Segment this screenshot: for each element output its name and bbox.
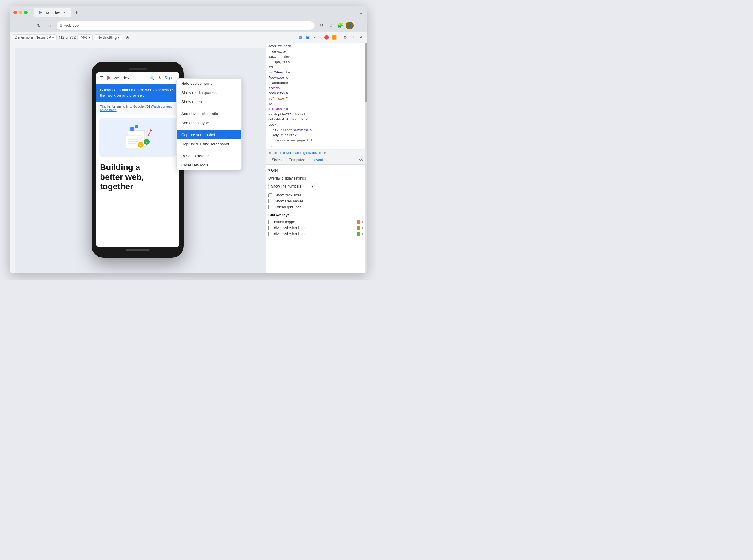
tab-close-button[interactable]: × xyxy=(62,11,66,15)
div-landing-r1-grid-icon[interactable]: ⊞ xyxy=(362,226,364,229)
dimensions-label: Dimensions: Nexus 6P xyxy=(15,35,51,40)
show-line-numbers-dropdown[interactable]: Show line numbers ▾ xyxy=(268,183,316,190)
bookmark-icon[interactable]: ☆ xyxy=(327,21,335,30)
maximize-traffic-light[interactable] xyxy=(24,11,28,14)
show-track-sizes-label: Show track sizes xyxy=(275,193,302,197)
webdev-banner: Guidance to build modern web experiences… xyxy=(96,84,179,102)
throttle-dropdown[interactable]: No throttling ▾ xyxy=(95,35,122,40)
add-device-pixel-ratio-label: Add device pixel ratio xyxy=(181,112,218,116)
address-bar[interactable]: ⊕ web.dev xyxy=(56,21,315,30)
tab-favicon xyxy=(38,10,43,15)
device-toolbar-icon[interactable]: ⊞ xyxy=(296,34,304,41)
menu-add-device-pixel-ratio[interactable]: Add device pixel ratio xyxy=(177,109,242,118)
no-throttle-icon[interactable]: ⊗ xyxy=(124,34,131,41)
close-devtools-icon[interactable]: ✕ xyxy=(357,34,364,41)
width-value: 412 xyxy=(58,35,64,40)
zoom-dropdown[interactable]: 74% ▾ xyxy=(77,35,93,40)
breadcrumb-text[interactable]: section.devsite-landing-row.devsite xyxy=(272,151,323,155)
html-line: "devsite-t xyxy=(266,76,367,81)
menu-capture-screenshot[interactable]: Capture screenshot xyxy=(177,130,242,139)
html-line: "devsite-a xyxy=(266,91,367,96)
sign-in-link[interactable]: Sign in xyxy=(165,76,175,80)
div-landing-r2-checkbox[interactable] xyxy=(268,232,272,236)
div-landing-r1-label: div.devsite-landing-r... xyxy=(274,226,355,230)
extend-grid-lines-label: Extend grid lines xyxy=(275,205,301,209)
html-line: devsite-no-page-tit xyxy=(266,138,367,144)
html-line: r-announce xyxy=(266,81,367,86)
minimize-traffic-light[interactable] xyxy=(19,11,22,14)
dimensions-dropdown[interactable]: Dimensions: Nexus 6P ▾ xyxy=(12,35,57,40)
show-rulers-label: Show rulers xyxy=(181,100,202,104)
svg-marker-17 xyxy=(150,129,152,131)
theme-nav-icon[interactable]: ☀ xyxy=(158,76,161,80)
search-nav-icon[interactable]: 🔍 xyxy=(150,76,155,80)
layout-panel-content: ▾ Grid Overlay display settings Show lin… xyxy=(266,165,367,274)
home-button[interactable]: ⌂ xyxy=(45,21,54,30)
button-toggle-checkbox[interactable] xyxy=(268,220,272,224)
html-line: </div> xyxy=(266,86,367,91)
div-landing-r1-checkbox[interactable] xyxy=(268,226,272,230)
menu-reset-to-defaults[interactable]: Reset to defaults xyxy=(177,151,242,161)
html-line-ellipsis: ... xyxy=(266,143,367,148)
extensions-icon[interactable]: 🧩 xyxy=(336,21,345,30)
button-toggle-grid-icon[interactable]: ⊞ xyxy=(362,220,364,223)
devtools-more-icon[interactable]: ⋮ xyxy=(349,34,356,41)
menu-show-rulers[interactable]: Show rulers xyxy=(177,97,242,106)
overlay-settings: Overlay display settings Show line numbe… xyxy=(268,176,364,210)
phone-screen[interactable]: ☰ web.dev 🔍 ☀ Sign in xyxy=(96,72,179,247)
svg-text:✓: ✓ xyxy=(146,140,149,144)
menu-icon[interactable]: ⋮ xyxy=(355,21,363,30)
back-button[interactable]: ← xyxy=(13,21,22,30)
webdev-logo-text: web.dev xyxy=(114,76,129,80)
devtools-scrollbar[interactable] xyxy=(366,43,367,274)
html-line: ody clearfix xyxy=(266,133,367,138)
grid-overlays-title: Grid overlays xyxy=(268,213,364,217)
tab-more-button[interactable]: ⌄ xyxy=(359,9,363,16)
device-frame-icon[interactable]: ▣ xyxy=(304,34,311,41)
context-menu-sep-1 xyxy=(177,107,242,108)
html-line: 51px; --dev xyxy=(266,54,367,60)
more-options-devtools-icon[interactable]: ⋯ xyxy=(312,34,319,41)
grid-collapse-icon[interactable]: ▾ xyxy=(268,168,270,173)
webdev-nav: 🔍 ☀ Sign in xyxy=(150,76,175,80)
active-tab[interactable]: web.dev × xyxy=(34,8,71,17)
html-line: <div class="devsite-a xyxy=(266,128,367,133)
tab-styles[interactable]: Styles xyxy=(268,156,285,164)
open-new-tab-icon[interactable]: ⧉ xyxy=(317,21,326,30)
menu-close-devtools[interactable]: Close DevTools xyxy=(177,161,242,170)
headline-line1: Building a xyxy=(100,163,175,172)
close-traffic-light[interactable] xyxy=(13,11,17,14)
html-line: --devsite-j xyxy=(266,49,367,55)
devtools-scrollbar-thumb[interactable] xyxy=(366,43,367,102)
reload-button[interactable]: ↻ xyxy=(35,21,43,30)
breadcrumb-arrow-left[interactable]: ◀ xyxy=(268,151,271,154)
menu-show-media-queries[interactable]: Show media queries xyxy=(177,88,242,97)
ruler-horizontal xyxy=(10,43,266,48)
show-track-sizes-checkbox[interactable] xyxy=(268,193,272,197)
watch-link[interactable]: Watch content on-demand xyxy=(100,105,172,112)
tab-layout[interactable]: Layout xyxy=(309,156,327,164)
panel-tab-more[interactable]: >> xyxy=(358,156,364,164)
svg-rect-10 xyxy=(130,127,134,131)
overlay-row-button-toggle: button.toggle ⊞ xyxy=(268,219,364,225)
menu-capture-full-size-screenshot[interactable]: Capture full size screenshot xyxy=(177,139,242,148)
div-landing-r2-color xyxy=(356,232,360,236)
settings-icon[interactable]: ⚙ xyxy=(342,34,349,41)
show-area-names-checkbox[interactable] xyxy=(268,199,272,203)
svg-marker-0 xyxy=(39,11,42,14)
new-tab-button[interactable]: + xyxy=(72,8,81,17)
phone-frame: ☰ web.dev 🔍 ☀ Sign in xyxy=(92,62,184,258)
menu-add-device-type[interactable]: Add device type xyxy=(177,118,242,127)
svg-rect-11 xyxy=(135,125,138,128)
div-landing-r2-grid-icon[interactable]: ⊞ xyxy=(362,232,364,235)
webdev-logo-icon xyxy=(105,75,112,81)
traffic-lights xyxy=(13,11,28,14)
breadcrumb-arrow-right[interactable]: ▶ xyxy=(324,151,326,154)
tab-computed[interactable]: Computed xyxy=(285,156,309,164)
menu-hide-device-frame[interactable]: Hide device frame xyxy=(177,79,242,88)
forward-button[interactable]: → xyxy=(24,21,33,30)
nav-right-icons: ⧉ ☆ 🧩 👤 ⋮ xyxy=(317,21,363,30)
extend-grid-lines-checkbox[interactable] xyxy=(268,205,272,209)
url-text: web.dev xyxy=(64,23,78,28)
profile-avatar[interactable]: 👤 xyxy=(346,22,353,29)
